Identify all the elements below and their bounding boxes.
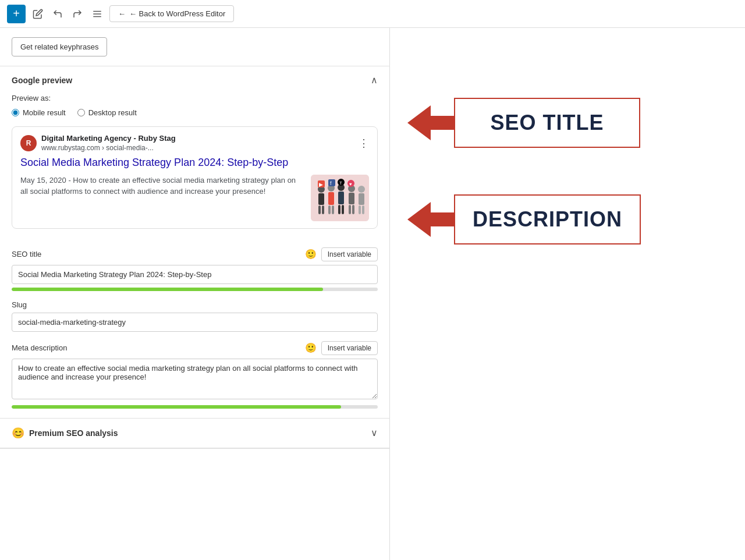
google-card-header: R Digital Marketing Agency - Ruby Stag w… xyxy=(20,134,369,153)
mobile-result-radio[interactable]: Mobile result xyxy=(12,108,66,117)
premium-title-wrap: 😊 Premium SEO analysis xyxy=(12,427,118,440)
google-thumbnail: ▶ f T ♥ xyxy=(311,175,369,221)
right-panel: SEO TITLE DESCRIPTION xyxy=(390,28,745,560)
google-result-title[interactable]: Social Media Marketing Strategy Plan 202… xyxy=(20,156,369,169)
redo-icon xyxy=(72,9,83,19)
meta-description-actions: 🙂 Insert variable xyxy=(305,341,378,355)
seo-title-progress-fill xyxy=(12,288,323,291)
svg-rect-22 xyxy=(359,205,361,214)
slug-input[interactable] xyxy=(12,313,378,332)
seo-title-arrow xyxy=(407,105,454,140)
description-arrow xyxy=(407,202,454,237)
meta-description-emoji-button[interactable]: 🙂 xyxy=(305,342,317,353)
undo-button[interactable] xyxy=(50,6,65,22)
site-favicon: R xyxy=(20,135,37,151)
svg-rect-15 xyxy=(342,205,344,214)
google-preview-header[interactable]: Google preview ∧ xyxy=(0,66,389,94)
svg-text:♥: ♥ xyxy=(349,182,352,187)
google-card-site: R Digital Marketing Agency - Ruby Stag w… xyxy=(20,134,176,153)
get-related-keyphrases-button[interactable]: Get related keyphrases xyxy=(12,37,107,56)
desktop-radio-input[interactable] xyxy=(77,109,85,116)
mobile-result-label: Mobile result xyxy=(23,108,66,117)
edit-button[interactable] xyxy=(30,6,45,22)
meta-description-insert-variable-button[interactable]: Insert variable xyxy=(321,341,378,355)
svg-point-20 xyxy=(358,186,365,193)
svg-rect-10 xyxy=(328,205,331,214)
description-arrow-svg xyxy=(407,202,454,237)
description-box: DESCRIPTION xyxy=(454,194,641,244)
preview-as-label: Preview as: xyxy=(0,94,389,108)
google-preview-section: Google preview ∧ Preview as: Mobile resu… xyxy=(0,66,389,449)
svg-text:T: T xyxy=(339,180,342,186)
menu-button[interactable] xyxy=(90,6,105,22)
seo-title-annotation-row: SEO TITLE xyxy=(407,98,728,148)
svg-rect-9 xyxy=(328,192,334,205)
seo-title-insert-variable-button[interactable]: Insert variable xyxy=(321,247,378,261)
site-info: Digital Marketing Agency - Ruby Stag www… xyxy=(41,134,176,153)
svg-rect-14 xyxy=(338,205,340,214)
meta-description-progress-fill xyxy=(12,405,341,409)
google-snippet-row: May 15, 2020 - How to create an effectiv… xyxy=(20,175,369,221)
seo-title-arrow-svg xyxy=(407,105,454,140)
left-panel: Get related keyphrases Google preview ∧ … xyxy=(0,28,390,560)
google-preview-card: R Digital Marketing Agency - Ruby Stag w… xyxy=(12,126,378,229)
toolbar: + ← ← Back to WordPress Editor xyxy=(0,0,745,28)
svg-rect-18 xyxy=(349,205,351,214)
meta-description-label: Meta description xyxy=(12,343,67,352)
description-annotation-text: DESCRIPTION xyxy=(473,207,622,232)
chevron-up-icon: ∧ xyxy=(371,75,378,86)
google-snippet-text: May 15, 2020 - How to create an effectiv… xyxy=(20,175,304,197)
svg-text:▶: ▶ xyxy=(319,182,323,187)
desktop-result-radio[interactable]: Desktop result xyxy=(77,108,137,117)
meta-insert-variable-label: Insert variable xyxy=(328,344,371,352)
seo-title-label-row: SEO title 🙂 Insert variable xyxy=(12,247,378,261)
google-card-more-icon[interactable]: ⋮ xyxy=(359,137,369,150)
meta-description-textarea[interactable]: How to create an effective social media … xyxy=(12,359,378,399)
meta-description-progress-bar xyxy=(12,405,378,409)
svg-marker-32 xyxy=(407,105,454,140)
premium-seo-header[interactable]: 😊 Premium SEO analysis ∨ xyxy=(0,419,389,448)
menu-icon xyxy=(92,9,102,19)
slug-label-row: Slug xyxy=(12,300,378,309)
site-name: Digital Marketing Agency - Ruby Stag xyxy=(41,134,176,144)
seo-title-box: SEO TITLE xyxy=(454,98,640,148)
premium-seo-section: 😊 Premium SEO analysis ∨ xyxy=(0,419,389,448)
main-layout: Get related keyphrases Google preview ∧ … xyxy=(0,28,745,560)
pencil-icon xyxy=(33,9,43,19)
seo-title-annotation-text: SEO TITLE xyxy=(490,111,604,135)
premium-chevron-down-icon: ∨ xyxy=(371,427,378,438)
seo-title-actions: 🙂 Insert variable xyxy=(305,247,378,261)
svg-rect-17 xyxy=(349,193,354,204)
snippet-date: May 15, 2020 xyxy=(20,176,66,185)
svg-rect-11 xyxy=(332,205,334,214)
seo-title-section: SEO title 🙂 Insert variable Slug xyxy=(0,238,389,419)
mobile-radio-input[interactable] xyxy=(12,109,19,116)
back-to-editor-button[interactable]: ← ← Back to WordPress Editor xyxy=(109,5,234,22)
svg-rect-19 xyxy=(352,205,354,214)
site-url: www.rubystag.com › social-media-... xyxy=(41,144,176,153)
svg-marker-33 xyxy=(407,202,454,237)
add-button[interactable]: + xyxy=(7,5,26,23)
insert-variable-label: Insert variable xyxy=(328,250,371,258)
premium-seo-title: Premium SEO analysis xyxy=(29,428,118,438)
svg-rect-6 xyxy=(318,205,321,214)
slug-label: Slug xyxy=(12,300,27,309)
thumbnail-illustration: ▶ f T ♥ xyxy=(311,175,369,221)
seo-title-emoji-button[interactable]: 🙂 xyxy=(305,249,317,260)
meta-description-section: Meta description 🙂 Insert variable How t… xyxy=(12,341,378,409)
undo-icon xyxy=(52,9,63,19)
get-related-keyphrases-label: Get related keyphrases xyxy=(20,42,98,51)
svg-rect-5 xyxy=(318,193,324,205)
description-annotation-row: DESCRIPTION xyxy=(407,194,728,244)
preview-type-radio-group: Mobile result Desktop result xyxy=(0,108,389,126)
redo-button[interactable] xyxy=(70,6,85,22)
svg-rect-13 xyxy=(338,192,344,204)
plus-icon: + xyxy=(13,7,20,20)
google-preview-title: Google preview xyxy=(12,76,72,85)
seo-title-input[interactable] xyxy=(12,265,378,284)
svg-rect-7 xyxy=(322,205,324,214)
premium-emoji: 😊 xyxy=(12,427,24,440)
back-button-label: ← Back to WordPress Editor xyxy=(129,9,225,18)
keyphrases-section: Get related keyphrases xyxy=(0,28,389,66)
back-arrow-icon: ← xyxy=(118,9,126,18)
